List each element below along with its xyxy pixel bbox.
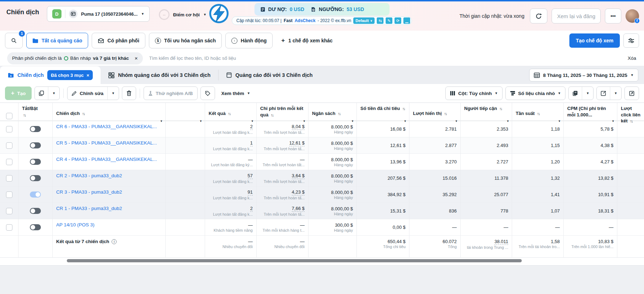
campaign-link[interactable]: CR 1 - PMA33 - puma33_dub2 — [56, 206, 162, 211]
frequency-cell: — — [512, 219, 564, 235]
col-impressions[interactable]: Lượt hiển thị ↑↓▼ — [409, 103, 461, 126]
campaign-toggle[interactable] — [30, 224, 41, 230]
row-checkbox[interactable] — [6, 126, 12, 132]
selected-count-badge[interactable]: Đã chọn 3 mục× — [47, 70, 93, 80]
active-filter-pill[interactable]: Phân phối chiến dịch là Bản nháp và 7 gi… — [7, 52, 143, 64]
campaign-toggle[interactable] — [30, 191, 41, 198]
cost-per-result-value[interactable]: 3,64 $ — [292, 173, 305, 179]
view-tab-actions[interactable]: ↑ Hành động — [225, 33, 273, 48]
horizontal-scrollbar[interactable] — [67, 259, 522, 262]
col-amount-spent[interactable]: Số tiền đã chi tiêu ↑↓▼ — [357, 103, 409, 126]
create-view-button[interactable]: Tạo chế độ xem — [569, 33, 620, 48]
delete-button[interactable] — [122, 86, 136, 100]
results-value[interactable]: 2 — [250, 206, 253, 212]
chevron-down-icon: ▼ — [199, 120, 202, 124]
campaign-link[interactable]: CR 3 - PMA33 - puma33_dub2 — [56, 189, 162, 195]
avatar[interactable]: f — [626, 9, 639, 23]
row-checkbox[interactable] — [6, 224, 12, 231]
tab-ad-sets[interactable]: Nhóm quảng cáo đối với 3 Chiến dịch — [101, 66, 218, 84]
col-reach[interactable]: Người tiếp cận ↑↓▼ — [461, 103, 512, 126]
view-tab-all-ads[interactable]: Tất cả quảng cáo — [26, 33, 88, 48]
select-all-checkbox[interactable] — [6, 113, 12, 119]
charts-button[interactable] — [624, 86, 639, 100]
campaign-toggle[interactable] — [30, 126, 41, 132]
campaign-link[interactable]: AP 14/10 (POS 3) — [56, 222, 162, 227]
results-value[interactable]: — — [248, 222, 253, 228]
date-range-picker[interactable]: 8 Tháng 11, 2025 – 30 Tháng 11, 2025 ▼ — [529, 69, 638, 82]
edit-button[interactable]: Chỉnh sửa — [68, 87, 107, 100]
cost-per-result-value[interactable]: — — [300, 157, 305, 162]
review-publish-button[interactable]: Xem lại và đăng — [552, 9, 601, 23]
cost-per-result-value[interactable]: 7,66 $ — [292, 206, 305, 212]
col-campaign[interactable]: Chiến dịch ↑↓▼ — [53, 103, 166, 126]
export-dropdown[interactable]: ▼ — [610, 87, 621, 100]
tab-campaigns[interactable]: ▲ Chiến dịch Đã chọn 3 mục× — [0, 66, 101, 84]
row-checkbox[interactable] — [6, 208, 12, 214]
duplicate-dropdown[interactable]: ▼ — [48, 87, 59, 100]
col-budget[interactable]: Ngân sách ↑↓▼ — [308, 103, 357, 126]
filter-search-input[interactable] — [149, 56, 637, 61]
col-select-all[interactable] — [0, 103, 18, 126]
campaign-link[interactable]: CR 4 - PMA33 - PUMA33__GARANSIKEKAL... — [56, 157, 162, 162]
cost-per-result-value[interactable]: 12,61 $ — [289, 140, 305, 146]
col-blank[interactable]: ▼ — [166, 103, 205, 126]
view-tab-delivery[interactable]: Có phân phối — [92, 33, 145, 48]
col-cpm[interactable]: CPM (Chi phí trên mỗi 1.000...▼ — [564, 103, 617, 126]
ab-test-button[interactable]: Thử nghiệm A/B — [144, 86, 198, 100]
col-link-clicks[interactable]: Lượt click liên kết ↑↓ — [617, 103, 644, 126]
reports-button[interactable] — [569, 87, 582, 100]
more-views-button[interactable]: + 1 chế độ xem khác — [281, 37, 332, 44]
campaign-link[interactable]: CR 2 - PMA33 - puma33_dub2 — [56, 173, 162, 178]
cost-per-result-value[interactable]: 4,23 $ — [292, 189, 305, 195]
edit-icon[interactable]: ✎ — [386, 17, 392, 24]
breakdown-button[interactable]: Số liệu chia nhỏ▼ — [505, 86, 565, 100]
opportunity-score[interactable]: -- Điểm cơ hội ▼ — [159, 9, 206, 20]
info-icon[interactable]: i — [112, 239, 117, 244]
close-icon[interactable]: × — [87, 73, 90, 78]
campaign-toggle[interactable] — [30, 159, 41, 165]
campaign-toggle[interactable] — [30, 175, 41, 181]
row-checkbox[interactable] — [6, 191, 12, 198]
edit-dropdown[interactable]: ▼ — [107, 87, 119, 100]
refresh-button[interactable] — [530, 9, 547, 23]
columns-button[interactable]: Cột: Tùy chỉnh▼ — [445, 86, 502, 100]
export-button-group[interactable]: ▼ — [596, 86, 622, 100]
more-options-button[interactable]: ••• — [605, 9, 621, 23]
default-dropdown[interactable]: Default∨ — [353, 17, 375, 24]
account-selector[interactable]: D Puma 17 (105072364046... ▼ — [47, 6, 150, 22]
campaign-link[interactable]: CR 5 - PMA33 - PUMA33__GARANSIKEKAL... — [56, 140, 162, 146]
col-toggle[interactable]: Tắt/Bật↑↓ — [18, 103, 53, 126]
row-checkbox[interactable] — [6, 142, 12, 149]
create-button[interactable]: +Tạo — [5, 86, 32, 100]
minimize-icon[interactable]: ▁ — [403, 17, 410, 24]
col-results[interactable]: Kết quả ↑↓▼ — [205, 103, 257, 126]
refresh-icon[interactable]: ⟳ — [395, 17, 401, 24]
see-more-button[interactable]: Xem thêm▼ — [221, 91, 250, 96]
view-settings-button[interactable] — [623, 33, 639, 48]
export-button[interactable] — [597, 87, 610, 100]
campaign-toggle[interactable] — [30, 142, 41, 148]
tab-ads[interactable]: Quảng cáo đối với 3 Chiến dịch — [219, 66, 320, 84]
swap-icon[interactable]: ⇆ — [377, 17, 383, 24]
results-value[interactable]: 57 — [248, 173, 253, 179]
row-checkbox[interactable] — [6, 159, 12, 165]
row-checkbox[interactable] — [6, 175, 12, 182]
view-tab-budget-optimization[interactable]: $ Tối ưu hóa ngân sách — [149, 33, 222, 48]
results-value[interactable]: — — [248, 157, 253, 162]
reports-button-group[interactable]: ▼ — [568, 86, 594, 100]
reports-dropdown[interactable]: ▼ — [582, 87, 593, 100]
edit-button-group[interactable]: Chỉnh sửa ▼ — [67, 86, 119, 100]
duplicate-button-group[interactable]: ▼ — [34, 86, 60, 100]
clear-filters-button[interactable]: Xóa — [628, 56, 636, 61]
col-frequency[interactable]: Tần suất ↑↓▼ — [512, 103, 564, 126]
tag-button[interactable] — [200, 86, 215, 100]
col-cost-per-result[interactable]: Chi phí trên mỗi kết quả ↑↓▼ — [257, 103, 308, 126]
search-views-button[interactable]: 1 — [5, 33, 23, 48]
campaign-toggle[interactable] — [30, 208, 41, 214]
duplicate-button[interactable] — [35, 87, 48, 100]
results-value[interactable]: 1 — [250, 140, 253, 146]
remove-filter-icon[interactable]: × — [135, 55, 138, 61]
results-value[interactable]: 91 — [248, 189, 253, 195]
adscheck-brand[interactable]: AdsCheck — [295, 18, 316, 23]
cost-per-result-value[interactable]: — — [300, 222, 305, 228]
